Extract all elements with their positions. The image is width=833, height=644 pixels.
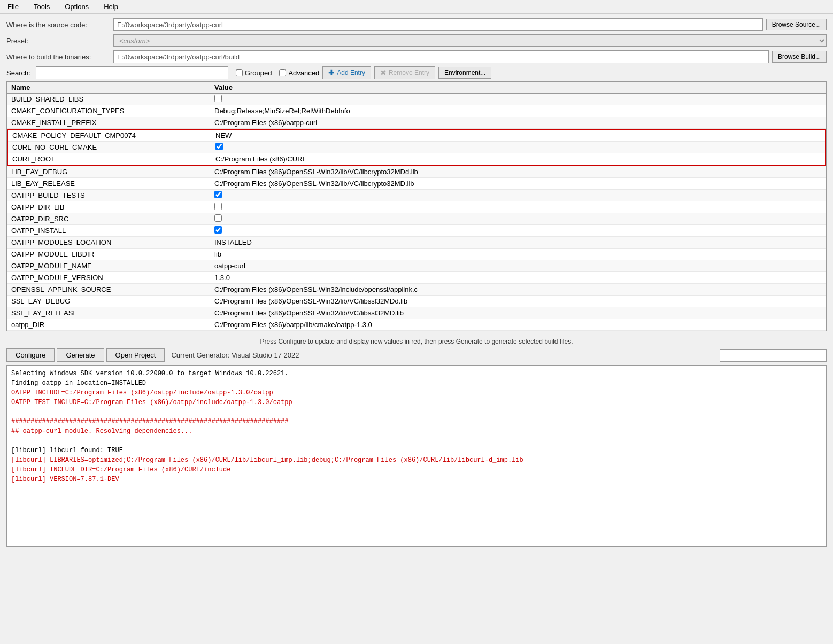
log-line: [libcurl] INCLUDE_DIR=C:/Program Files (…	[11, 465, 822, 475]
cell-value: INSTALLED	[210, 237, 826, 247]
table-row[interactable]: CMAKE_POLICY_DEFAULT_CMP0074NEW	[8, 130, 825, 142]
log-line: Selecting Windows SDK version 10.0.22000…	[11, 369, 822, 378]
advanced-checkbox[interactable]	[279, 69, 286, 76]
open-project-button[interactable]: Open Project	[106, 348, 165, 362]
build-label: Where to build the binaries:	[6, 53, 113, 61]
table-row[interactable]: CURL_ROOTC:/Program Files (x86)/CURL	[8, 153, 825, 165]
table-row-checkbox[interactable]	[215, 143, 223, 150]
cell-value: C:/Program Files (x86)/OpenSSL-Win32/lib…	[210, 296, 826, 306]
cell-name: SSL_EAY_RELEASE	[7, 308, 210, 318]
generate-button[interactable]: Generate	[57, 348, 104, 362]
log-line	[11, 436, 822, 446]
table-row[interactable]: OATPP_DIR_SRC	[7, 213, 826, 225]
table-row[interactable]: OATPP_MODULE_LIBDIRlib	[7, 249, 826, 260]
table-row-checkbox[interactable]	[214, 191, 222, 198]
configure-button[interactable]: Configure	[6, 348, 55, 362]
browse-build-button[interactable]: Browse Build...	[772, 51, 827, 63]
remove-entry-label: Remove Entry	[389, 69, 429, 76]
table-row[interactable]: CMAKE_INSTALL_PREFIXC:/Program Files (x8…	[7, 117, 826, 129]
log-lines: Selecting Windows SDK version 10.0.22000…	[11, 369, 822, 484]
table-row[interactable]: SSL_EAY_RELEASEC:/Program Files (x86)/Op…	[7, 307, 826, 319]
preset-label: Preset:	[6, 37, 113, 45]
table-row[interactable]: OATPP_BUILD_TESTS	[7, 190, 826, 201]
cell-value[interactable]	[210, 225, 826, 236]
cell-name: LIB_EAY_RELEASE	[7, 179, 210, 189]
log-line: Finding oatpp in location=INSTALLED	[11, 378, 822, 388]
menu-tools[interactable]: Tools	[30, 2, 53, 12]
status-message: Press Configure to update and display ne…	[260, 338, 573, 345]
table-row-checkbox[interactable]	[214, 226, 222, 234]
cell-name: OATPP_MODULE_LIBDIR	[7, 249, 210, 259]
table-row[interactable]: CMAKE_CONFIGURATION_TYPESDebug;Release;M…	[7, 105, 826, 117]
cell-value[interactable]	[211, 142, 825, 153]
preset-select[interactable]: <custom>	[113, 34, 827, 47]
generator-input[interactable]	[720, 349, 827, 362]
table-row[interactable]: OATPP_MODULES_LOCATIONINSTALLED	[7, 237, 826, 249]
menu-help[interactable]: Help	[101, 2, 121, 12]
table-row[interactable]: oatpp_DIRC:/Program Files (x86)/oatpp/li…	[7, 319, 826, 331]
table-row[interactable]: OATPP_INSTALL	[7, 225, 826, 237]
cell-name: CMAKE_POLICY_DEFAULT_CMP0074	[8, 130, 211, 141]
table-row[interactable]: OATPP_DIR_LIB	[7, 201, 826, 213]
status-bar: Press Configure to update and display ne…	[6, 335, 827, 348]
log-container[interactable]: Selecting Windows SDK version 10.0.22000…	[6, 365, 827, 547]
add-entry-button[interactable]: ✚ Add Entry	[322, 66, 371, 79]
build-input[interactable]	[113, 50, 769, 63]
cell-value: NEW	[211, 130, 825, 141]
table-row[interactable]: OATPP_MODULE_VERSION1.3.0	[7, 272, 826, 284]
cell-value: C:/Program Files (x86)/OpenSSL-Win32/lib…	[210, 308, 826, 318]
cell-value: lib	[210, 249, 826, 259]
cell-value[interactable]	[210, 190, 826, 201]
cell-name: CMAKE_CONFIGURATION_TYPES	[7, 106, 210, 116]
cell-name: OPENSSL_APPLINK_SOURCE	[7, 284, 210, 294]
environment-button[interactable]: Environment...	[438, 67, 491, 79]
cell-value[interactable]	[210, 213, 826, 224]
table-row-checkbox[interactable]	[214, 95, 222, 102]
grouped-checkbox[interactable]	[236, 69, 243, 76]
log-line: [libcurl] libcurl found: TRUE	[11, 446, 822, 455]
table-row[interactable]: LIB_EAY_DEBUGC:/Program Files (x86)/Open…	[7, 166, 826, 178]
log-line: ## oatpp-curl module. Resolving dependen…	[11, 426, 822, 436]
table-row[interactable]: BUILD_SHARED_LIBS	[7, 94, 826, 105]
table-row-checkbox[interactable]	[214, 203, 222, 210]
cell-name: CURL_ROOT	[8, 154, 211, 164]
log-line: OATPP_TEST_INCLUDE=C:/Program Files (x86…	[11, 398, 822, 407]
grouped-label[interactable]: Grouped	[245, 69, 272, 77]
advanced-checkbox-group: Advanced	[279, 69, 319, 77]
cell-name: SSL_EAY_DEBUG	[7, 296, 210, 306]
table-body: BUILD_SHARED_LIBSCMAKE_CONFIGURATION_TYP…	[7, 94, 826, 331]
cell-name: OATPP_MODULE_NAME	[7, 261, 210, 271]
menu-options[interactable]: Options	[61, 2, 92, 12]
table-row[interactable]: SSL_EAY_DEBUGC:/Program Files (x86)/Open…	[7, 296, 826, 307]
menubar: File Tools Options Help	[0, 0, 833, 14]
browse-source-button[interactable]: Browse Source...	[766, 19, 827, 30]
search-input[interactable]	[36, 66, 228, 79]
cmake-table: Name Value BUILD_SHARED_LIBSCMAKE_CONFIG…	[6, 81, 827, 331]
table-row-checkbox[interactable]	[214, 214, 222, 222]
toolbar-row: Search: Grouped Advanced ✚ Add Entry ✖ R…	[6, 66, 827, 79]
log-line: ########################################…	[11, 417, 822, 426]
cell-name: OATPP_MODULES_LOCATION	[7, 237, 210, 247]
log-line: OATPP_INCLUDE=C:/Program Files (x86)/oat…	[11, 388, 822, 398]
table-header: Name Value	[7, 82, 826, 94]
preset-row: Preset: <custom>	[6, 34, 827, 47]
cell-value[interactable]	[210, 201, 826, 213]
table-row[interactable]: OPENSSL_APPLINK_SOURCEC:/Program Files (…	[7, 284, 826, 296]
advanced-label[interactable]: Advanced	[288, 69, 319, 77]
cell-name: CURL_NO_CURL_CMAKE	[8, 142, 211, 152]
cell-name: oatpp_DIR	[7, 320, 210, 330]
cell-name: CMAKE_INSTALL_PREFIX	[7, 118, 210, 128]
table-row[interactable]: CURL_NO_CURL_CMAKE	[8, 142, 825, 153]
cell-value[interactable]	[210, 94, 826, 105]
cell-name: LIB_EAY_DEBUG	[7, 167, 210, 177]
table-row[interactable]: OATPP_MODULE_NAMEoatpp-curl	[7, 260, 826, 272]
table-row[interactable]: LIB_EAY_RELEASEC:/Program Files (x86)/Op…	[7, 178, 826, 190]
log-line: [libcurl] VERSION=7.87.1-DEV	[11, 475, 822, 484]
cell-name: OATPP_DIR_SRC	[7, 214, 210, 224]
source-input[interactable]	[113, 18, 763, 31]
cell-value: C:/Program Files (x86)/oatpp-curl	[210, 118, 826, 128]
menu-file[interactable]: File	[4, 2, 22, 12]
grouped-checkbox-group: Grouped	[236, 69, 272, 77]
highlighted-group: CMAKE_POLICY_DEFAULT_CMP0074NEWCURL_NO_C…	[7, 129, 826, 166]
remove-entry-button[interactable]: ✖ Remove Entry	[374, 66, 435, 79]
